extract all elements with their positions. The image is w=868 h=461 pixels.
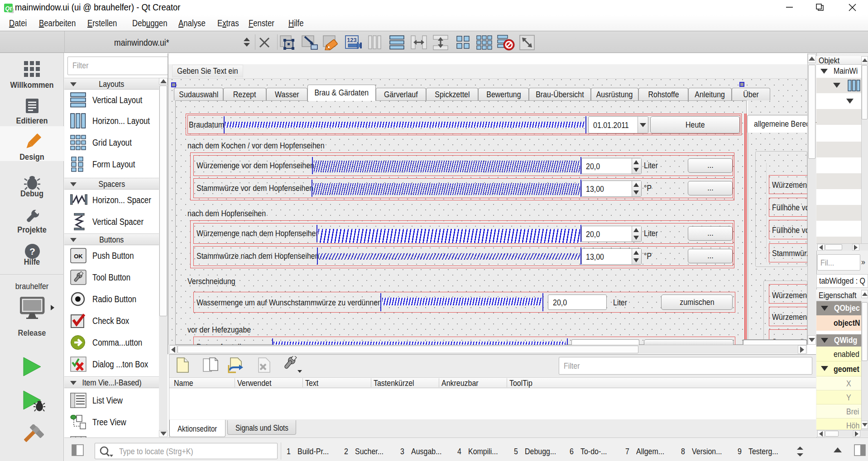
svg-text:Qt: Qt (5, 5, 12, 12)
svg-text:OK: OK (74, 253, 83, 260)
svg-text:?: ? (29, 246, 35, 257)
svg-text:123: 123 (347, 37, 357, 43)
